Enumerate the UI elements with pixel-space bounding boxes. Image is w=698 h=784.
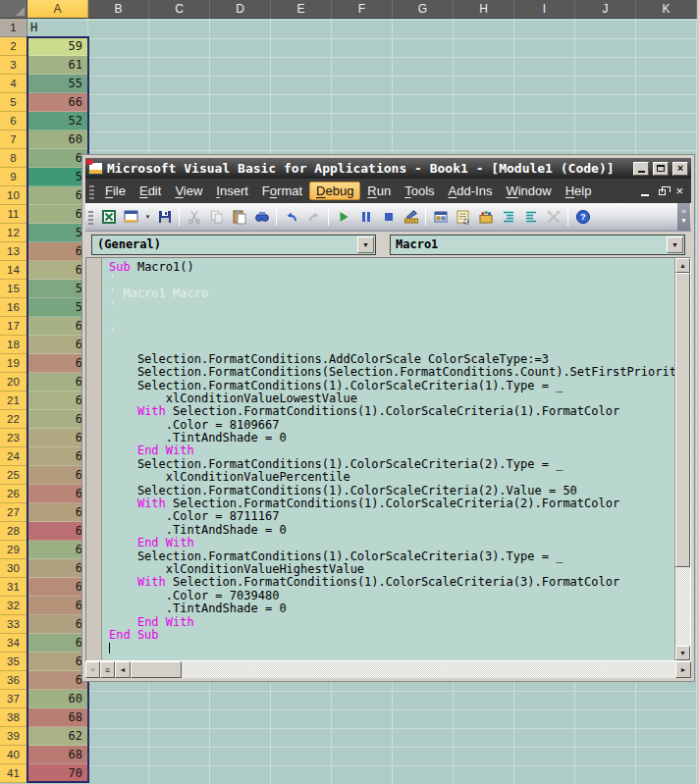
code-line-17[interactable]: xlConditionValuePercentile	[109, 471, 674, 484]
cell-A30[interactable]: 6	[27, 559, 88, 578]
cell-A22[interactable]: 6	[27, 410, 88, 429]
row-header-3[interactable]: 3	[0, 56, 27, 75]
row-header-27[interactable]: 27	[0, 503, 27, 522]
column-header-I[interactable]: I	[514, 0, 575, 19]
code-line-5[interactable]	[109, 314, 674, 327]
row-header-34[interactable]: 34	[0, 634, 27, 653]
column-header-H[interactable]: H	[454, 0, 514, 19]
cell-A10[interactable]: 6	[27, 186, 88, 205]
row-header-5[interactable]: 5	[0, 93, 27, 112]
code-line-1[interactable]: Sub Macro1()	[109, 261, 674, 274]
cell-A34[interactable]: 6	[27, 634, 88, 653]
cell-A37[interactable]: 60	[27, 690, 88, 708]
cell-A32[interactable]: 6	[27, 597, 88, 615]
undo-button[interactable]	[280, 207, 302, 228]
row-header-26[interactable]: 26	[0, 485, 27, 503]
row-header-41[interactable]: 41	[0, 764, 27, 783]
cell-A29[interactable]: 6	[27, 541, 88, 559]
vertical-scroll-thumb[interactable]	[675, 273, 690, 567]
column-header-F[interactable]: F	[332, 0, 393, 19]
full-module-view-button[interactable]: ≡	[100, 661, 115, 678]
row-header-36[interactable]: 36	[0, 671, 27, 690]
find-button[interactable]	[250, 207, 273, 228]
column-header-C[interactable]: C	[149, 0, 210, 19]
menu-insert[interactable]: Insert	[209, 182, 255, 200]
menu-grip[interactable]	[89, 183, 94, 199]
cell-A6[interactable]: 52	[27, 112, 88, 131]
cell-A1[interactable]: H	[27, 19, 88, 37]
code-line-29[interactable]: End Sub	[109, 629, 674, 642]
row-header-7[interactable]: 7	[0, 131, 27, 149]
cell-A5[interactable]: 66	[27, 93, 88, 112]
column-header-E[interactable]: E	[271, 0, 332, 19]
row-header-38[interactable]: 38	[0, 708, 27, 727]
dropdown-arrow-icon[interactable]: ▼	[667, 236, 683, 253]
cell-A19[interactable]: 6	[27, 354, 88, 373]
row-header-24[interactable]: 24	[0, 447, 27, 466]
code-line-23[interactable]: Selection.FormatConditions(1).ColorScale…	[109, 550, 674, 563]
column-header-G[interactable]: G	[393, 0, 454, 19]
code-line-2[interactable]: '	[109, 274, 674, 287]
break-button[interactable]	[354, 207, 377, 228]
cell-A11[interactable]: 6	[27, 205, 88, 224]
scroll-left-icon[interactable]: ◄	[115, 661, 131, 678]
menu-tools[interactable]: Tools	[398, 182, 441, 200]
code-line-9[interactable]: Selection.FormatConditions(Selection.For…	[109, 366, 674, 379]
row-header-21[interactable]: 21	[0, 392, 27, 410]
code-line-19[interactable]: With Selection.FormatConditions(1).Color…	[109, 497, 674, 510]
code-margin-strip[interactable]	[86, 258, 102, 660]
code-line-18[interactable]: Selection.FormatConditions(1).ColorScale…	[109, 485, 674, 497]
design-mode-button[interactable]	[400, 207, 422, 228]
cell-A27[interactable]: 6	[27, 503, 88, 522]
row-header-31[interactable]: 31	[0, 578, 27, 597]
cell-A8[interactable]: 6	[27, 149, 88, 168]
vertical-scrollbar[interactable]: ▲ ▼	[674, 258, 690, 660]
scroll-right-icon[interactable]: ►	[675, 661, 691, 678]
row-header-17[interactable]: 17	[0, 317, 27, 336]
row-header-19[interactable]: 19	[0, 354, 27, 373]
row-header-1[interactable]: 1	[0, 19, 27, 37]
code-line-8[interactable]: Selection.FormatConditions.AddColorScale…	[109, 353, 674, 366]
paste-button[interactable]	[228, 207, 250, 228]
column-header-A[interactable]: A	[27, 0, 88, 19]
row-header-37[interactable]: 37	[0, 690, 27, 708]
row-header-25[interactable]: 25	[0, 466, 27, 485]
cell-A3[interactable]: 61	[27, 56, 88, 75]
row-header-10[interactable]: 10	[0, 186, 27, 205]
cell-A39[interactable]: 62	[27, 727, 88, 746]
code-line-12[interactable]: With Selection.FormatConditions(1).Color…	[109, 405, 674, 418]
row-header-39[interactable]: 39	[0, 727, 27, 746]
code-line-30[interactable]	[109, 642, 674, 654]
row-header-28[interactable]: 28	[0, 522, 27, 541]
cell-A31[interactable]: 6	[27, 578, 88, 597]
toolbar-overflow-chevron[interactable]: » ▾	[677, 203, 690, 231]
menu-file[interactable]: File	[98, 182, 133, 200]
indent-button[interactable]	[497, 207, 519, 228]
object-dropdown[interactable]: (General) ▼	[91, 235, 376, 255]
column-header-D[interactable]: D	[210, 0, 271, 19]
code-line-3[interactable]: ' Macro1 Macro	[109, 287, 674, 300]
cell-A9[interactable]: 5	[27, 168, 88, 186]
cell-A12[interactable]: 5	[27, 224, 88, 242]
code-line-22[interactable]: End With	[109, 537, 674, 549]
code-line-4[interactable]: '	[109, 300, 674, 313]
horizontal-scroll-thumb[interactable]	[131, 661, 182, 678]
row-header-4[interactable]: 4	[0, 75, 27, 93]
insert-userform-dropdown-caret[interactable]: ▼	[142, 207, 153, 228]
scroll-up-icon[interactable]: ▲	[675, 258, 690, 273]
row-header-16[interactable]: 16	[0, 298, 27, 317]
run-macro-button[interactable]	[332, 207, 354, 228]
row-header-40[interactable]: 40	[0, 746, 27, 764]
select-all-corner[interactable]	[0, 0, 27, 19]
vertical-scroll-track[interactable]	[675, 567, 690, 646]
menu-addins[interactable]: Add-Ins	[442, 182, 500, 200]
cell-A17[interactable]: 6	[27, 317, 88, 336]
code-line-21[interactable]: .TintAndShade = 0	[109, 524, 674, 537]
row-header-33[interactable]: 33	[0, 615, 27, 634]
column-header-B[interactable]: B	[88, 0, 149, 19]
cell-A23[interactable]: 6	[27, 429, 88, 447]
code-line-16[interactable]: Selection.FormatConditions(1).ColorScale…	[109, 458, 674, 471]
cell-A13[interactable]: 6	[27, 242, 88, 261]
code-line-11[interactable]: xlConditionValueLowestValue	[109, 392, 674, 405]
code-line-14[interactable]: .TintAndShade = 0	[109, 432, 674, 444]
